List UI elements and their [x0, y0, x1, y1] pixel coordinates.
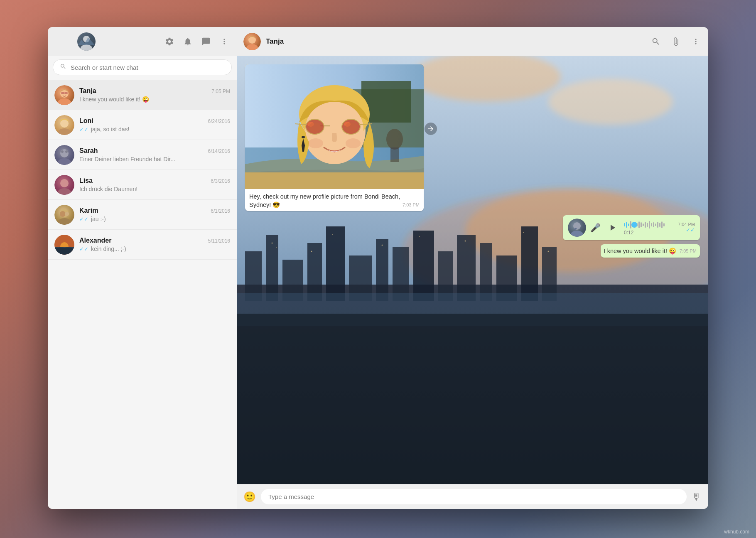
sidebar-header-content	[54, 32, 230, 51]
double-check-icon: ✓✓	[79, 126, 88, 133]
my-avatar[interactable]	[77, 32, 96, 51]
sarah-chat-top: Sarah 6/14/2016	[79, 147, 230, 155]
compose-icon[interactable]	[200, 36, 212, 47]
chat-list: Tanja 7:05 PM I knew you would like it! …	[48, 80, 237, 509]
svg-point-5	[64, 92, 68, 94]
avatar-loni	[54, 115, 74, 135]
svg-point-1	[81, 44, 92, 51]
svg-point-8	[58, 128, 71, 135]
text-message: I knew you would like it! 😜 7:05 PM	[601, 244, 700, 258]
svg-point-17	[60, 211, 66, 217]
search-input-wrap[interactable]	[53, 59, 232, 75]
avatar-alexander	[54, 235, 74, 255]
karim-name: Karim	[79, 207, 98, 214]
mic-button[interactable]: 🎙	[692, 491, 702, 503]
search-bar	[48, 56, 237, 80]
svg-point-4	[61, 92, 64, 94]
loni-name: Loni	[79, 117, 93, 125]
search-input[interactable]	[71, 64, 225, 71]
play-button[interactable]	[605, 220, 620, 235]
chat-item-tanja[interactable]: Tanja 7:05 PM I knew you would like it! …	[48, 80, 237, 110]
svg-point-9	[60, 149, 69, 157]
chat-item-sarah[interactable]: Sarah 6/14/2016 Einer Deiner lieben Freu…	[48, 140, 237, 170]
avatar-lisa	[54, 175, 74, 195]
chat-more-icon[interactable]	[690, 36, 702, 47]
photo-bubble[interactable]: Hey, check out my new profile picture fr…	[245, 64, 424, 211]
chat-item-alexander[interactable]: Alexander 5/11/2016 ✓✓ kein ding... ;-)	[48, 230, 237, 260]
alexander-chat-info: Alexander 5/11/2016 ✓✓ kein ding... ;-)	[79, 237, 230, 252]
tanja-time: 7:05 PM	[211, 88, 230, 94]
voice-avatar	[568, 219, 586, 237]
sarah-preview: Einer Deiner lieben Freunde hat Dir...	[79, 156, 230, 162]
notifications-icon[interactable]	[182, 36, 194, 47]
sidebar-more-icon[interactable]	[218, 36, 230, 47]
karim-double-check-icon: ✓✓	[79, 216, 88, 222]
karim-preview: ✓✓ jau :-)	[79, 216, 230, 222]
chat-contact-name: Tanja	[266, 37, 284, 46]
alexander-double-check-icon: ✓✓	[79, 246, 88, 252]
lisa-name: Lisa	[79, 177, 93, 184]
tanja-chat-top: Tanja 7:05 PM	[79, 87, 230, 95]
sidebar-header	[48, 27, 237, 56]
text-time: 7:05 PM	[680, 248, 697, 253]
search-icon	[60, 63, 66, 71]
alexander-preview: ✓✓ kein ding... ;-)	[79, 246, 230, 252]
svg-point-74	[302, 136, 305, 138]
chat-search-icon[interactable]	[650, 36, 662, 47]
svg-point-77	[386, 129, 403, 150]
forward-icon[interactable]	[425, 123, 437, 135]
chat-item-lisa[interactable]: Lisa 6/3/2016 Ich drück die Daumen!	[48, 170, 237, 200]
waveform: 0:12	[624, 220, 674, 236]
chat-item-karim[interactable]: Karim 6/1/2016 ✓✓ jau :-)	[48, 200, 237, 230]
loni-time: 6/24/2016	[208, 118, 230, 124]
svg-point-3	[58, 98, 71, 105]
emoji-button[interactable]: 🙂	[243, 491, 256, 503]
karim-chat-info: Karim 6/1/2016 ✓✓ jau :-)	[79, 207, 230, 222]
svg-point-10	[58, 158, 71, 165]
svg-point-22	[246, 44, 258, 50]
photo-text: Hey, check out my new profile picture fr…	[249, 193, 400, 208]
tanja-preview: I knew you would like it! 😜	[79, 96, 230, 103]
voice-bubble: 🎤	[563, 215, 700, 240]
svg-point-11	[61, 150, 64, 153]
photo-caption: Hey, check out my new profile picture fr…	[245, 189, 424, 211]
settings-icon[interactable]	[164, 36, 175, 47]
chat-attach-icon[interactable]	[670, 36, 682, 47]
svg-point-73	[345, 123, 357, 133]
svg-rect-46	[237, 314, 708, 484]
chat-header-avatar[interactable]	[243, 33, 261, 50]
chat-footer: 🙂 🎙	[237, 484, 708, 509]
chat-item-loni[interactable]: Loni 6/24/2016 ✓✓ jaja, so ist das!	[48, 110, 237, 140]
photo-time: 7:03 PM	[403, 202, 420, 207]
chat-area: Tanja	[237, 27, 708, 509]
header-icons	[164, 36, 230, 47]
tanja-chat-info: Tanja 7:05 PM I knew you would like it! …	[79, 87, 230, 103]
svg-point-16	[58, 218, 71, 225]
text-bubble: I knew you would like it! 😜 7:05 PM	[601, 244, 700, 258]
svg-point-76	[346, 138, 361, 148]
watermark: wkhub.com	[724, 529, 749, 535]
svg-point-75	[308, 138, 323, 148]
voice-time: 7:04 PM	[678, 222, 695, 227]
karim-time: 6/1/2016	[211, 208, 230, 214]
voice-double-check-icon: ✓✓	[686, 227, 695, 233]
message-input[interactable]	[261, 489, 687, 504]
lisa-chat-info: Lisa 6/3/2016 Ich drück die Daumen!	[79, 177, 230, 192]
waveform-dot	[631, 222, 637, 228]
chat-header-icons	[650, 36, 702, 47]
alexander-time: 5/11/2016	[208, 238, 230, 244]
waveform-progress-bar	[624, 224, 674, 226]
text-content: I knew you would like it! 😜	[604, 248, 676, 254]
avatar-tanja	[54, 85, 74, 105]
lisa-preview: Ich drück die Daumen!	[79, 186, 230, 192]
sarah-name: Sarah	[79, 147, 98, 155]
chat-header-info: Tanja	[266, 37, 284, 46]
sarah-chat-info: Sarah 6/14/2016 Einer Deiner lieben Freu…	[79, 147, 230, 162]
avatar-karim	[54, 205, 74, 225]
svg-point-18	[65, 212, 69, 216]
photo-message: Hey, check out my new profile picture fr…	[245, 64, 424, 211]
alexander-chat-top: Alexander 5/11/2016	[79, 237, 230, 244]
app-window: Tanja 7:05 PM I knew you would like it! …	[48, 27, 708, 509]
voice-message: 🎤	[563, 215, 700, 240]
loni-chat-info: Loni 6/24/2016 ✓✓ jaja, so ist das!	[79, 117, 230, 133]
